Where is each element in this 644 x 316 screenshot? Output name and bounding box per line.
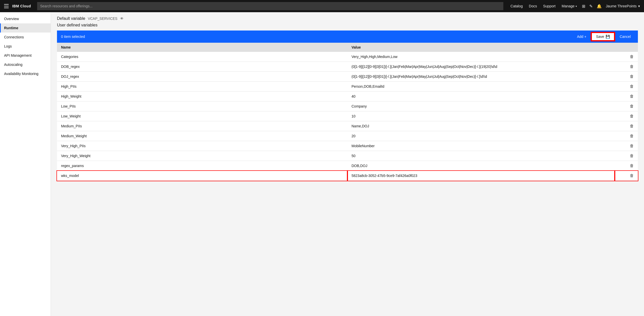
cell-action: 🗑 [615,92,638,101]
cell-name: Medium_Weight [57,131,347,141]
table-row: High_Weight40🗑 [57,92,638,101]
table-row: wks_model5823a8cb-3052-47b5-9ce9-7af426a… [57,171,638,181]
sidebar-item-api-management[interactable]: API Management [0,51,51,60]
save-icon: 💾 [606,35,610,39]
sidebar: Overview Runtime Connections Logs API Ma… [0,12,51,316]
cell-value: (0[1-9]|[12][0-9]|3[01])[-/.](Jan|Feb|Ma… [347,62,615,72]
delete-icon[interactable]: 🗑 [630,114,634,118]
cell-name: wks_model [57,171,347,181]
cancel-button[interactable]: Cancel [617,33,634,41]
cell-action: 🗑 [615,151,638,161]
section-title: User defined variables [57,23,638,27]
add-button[interactable]: Add + [574,33,589,41]
cell-name: regex_params [57,161,347,171]
cell-value: 10 [347,111,615,121]
nav-docs[interactable]: Docs [528,4,538,8]
cell-name: Medium_PIIs [57,121,347,131]
eye-icon[interactable]: 👁 [120,17,124,21]
cell-value: DOB,DOJ [347,161,615,171]
cell-value: 40 [347,92,615,101]
variables-toolbar: 0 item selected Add + Save 💾 Cancel [57,31,638,43]
sidebar-item-connections[interactable]: Connections [0,33,51,42]
grid-icon[interactable]: ⊞ [582,4,585,9]
cell-name: Very_High_Weight [57,151,347,161]
cell-value: Very_High,High,Medium,Low [347,52,615,62]
sidebar-item-autoscaling[interactable]: Autoscaling [0,60,51,69]
cell-name: High_PIIs [57,82,347,92]
nav-manage[interactable]: Manage ▾ [561,4,578,8]
top-navigation: IBM Cloud Catalog Docs Support Manage ▾ … [0,0,644,12]
variables-table: Name Value CategoriesVery_High,High,Medi… [57,43,638,181]
cell-action: 🗑 [615,72,638,82]
delete-icon[interactable]: 🗑 [630,144,634,148]
sidebar-item-runtime[interactable]: Runtime [0,23,51,33]
default-variable-value: VCAP_SERVICES [88,17,117,21]
nav-support[interactable]: Support [542,4,557,8]
delete-icon[interactable]: 🗑 [630,54,634,59]
search-bar [37,2,503,10]
table-row: Low_PIIsCompany🗑 [57,101,638,111]
cell-value: Name,DOJ [347,121,615,131]
delete-icon[interactable]: 🗑 [630,163,634,168]
toolbar-actions: Add + Save 💾 Cancel [574,33,634,41]
table-row: Medium_Weight20🗑 [57,131,638,141]
cell-action: 🗑 [615,82,638,92]
cell-action: 🗑 [615,171,638,181]
delete-icon[interactable]: 🗑 [630,173,634,178]
table-row: Medium_PIIsName,DOJ🗑 [57,121,638,131]
table-row: Very_High_PIIsMobileNumber🗑 [57,141,638,151]
nav-catalog[interactable]: Catalog [509,4,524,8]
plus-icon: + [584,35,586,39]
cell-name: DOB_regex [57,62,347,72]
delete-icon[interactable]: 🗑 [630,94,634,98]
cell-name: Low_PIIs [57,101,347,111]
sidebar-item-overview[interactable]: Overview [0,14,51,23]
delete-icon[interactable]: 🗑 [630,134,634,138]
cell-value: Company [347,101,615,111]
cell-value: 20 [347,131,615,141]
cell-value: MobileNumber [347,141,615,151]
delete-icon[interactable]: 🗑 [630,154,634,158]
cell-name: DOJ_regex [57,72,347,82]
main-content: Default variable VCAP_SERVICES 👁 User de… [51,12,644,316]
sidebar-item-availability-monitoring[interactable]: Availability Monitoring [0,69,51,78]
user-menu[interactable]: Jaume ThreePoints ▾ [606,4,640,8]
table-row: CategoriesVery_High,High,Medium,Low🗑 [57,52,638,62]
bell-icon[interactable]: 🔔 [597,4,602,9]
delete-icon[interactable]: 🗑 [630,124,634,128]
delete-icon[interactable]: 🗑 [630,74,634,79]
search-input[interactable] [37,2,503,10]
table-row: DOJ_regex(0[1-9]|[12][0-9]|3[01])[-/.](J… [57,72,638,82]
user-chevron-icon: ▾ [638,4,640,8]
cell-value: 5823a8cb-3052-47b5-9ce9-7af426a0f023 [347,171,615,181]
edit-icon[interactable]: ✎ [589,4,593,9]
delete-icon[interactable]: 🗑 [630,104,634,108]
cell-action: 🗑 [615,52,638,62]
table-body: CategoriesVery_High,High,Medium,Low🗑DOB_… [57,52,638,181]
cell-action: 🗑 [615,131,638,141]
sidebar-item-logs[interactable]: Logs [0,42,51,51]
cell-value: (0[1-9]|[12][0-9]|3[01])[-/.](Jan|Feb|Ma… [347,72,615,82]
cell-value: 50 [347,151,615,161]
col-header-value: Value [347,43,615,52]
cell-action: 🗑 [615,161,638,171]
col-header-name: Name [57,43,347,52]
cell-name: Categories [57,52,347,62]
table-row: DOB_regex(0[1-9]|[12][0-9]|3[01])[-/.](J… [57,62,638,72]
brand-logo: IBM Cloud [12,4,31,8]
nav-icons: ⊞ ✎ 🔔 [582,4,602,9]
delete-icon[interactable]: 🗑 [630,64,634,69]
default-variable-section: Default variable VCAP_SERVICES 👁 [57,16,638,21]
chevron-down-icon: ▾ [576,5,577,8]
cell-action: 🗑 [615,62,638,72]
selected-count: 0 item selected [61,35,85,39]
cell-action: 🗑 [615,111,638,121]
table-header: Name Value [57,43,638,52]
save-button[interactable]: Save 💾 [591,33,614,41]
cell-action: 🗑 [615,121,638,131]
cell-name: Low_Weight [57,111,347,121]
menu-icon[interactable] [4,4,9,9]
col-header-action [615,43,638,52]
delete-icon[interactable]: 🗑 [630,84,634,88]
table-row: Low_Weight10🗑 [57,111,638,121]
